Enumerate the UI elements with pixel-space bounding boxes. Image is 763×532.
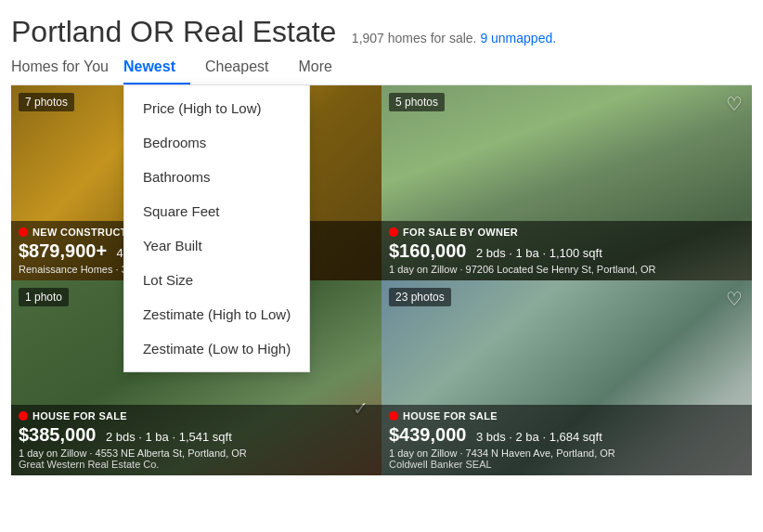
listing-beds: 2 bds · 1 ba · 1,100 sqft [476,246,602,260]
unmapped-link[interactable]: 9 unmapped. [480,31,556,45]
listing-beds: 3 bds · 2 ba · 1,684 sqft [476,430,602,444]
listing-card[interactable]: 5 photos ♡ FOR SALE BY OWNER $160,000 2 … [382,85,752,280]
nav-cheapest[interactable]: Cheapest [190,49,284,84]
listing-price: $439,000 [389,424,466,445]
nav-bar: Homes for You Newest Price (High to Low)… [11,49,752,85]
listing-agent: Coldwell Banker SEAL [389,459,744,470]
listing-info: HOUSE FOR SALE $385,000 2 bds · 1 ba · 1… [11,405,382,475]
sort-lot-size[interactable]: Lot Size [124,263,309,297]
heart-button[interactable]: ♡ [726,288,743,310]
dropdown-wrapper: Newest Price (High to Low) Bedrooms Bath… [123,49,190,84]
listing-beds: 2 bds · 1 ba · 1,541 sqft [106,430,232,444]
status-dot [19,411,28,421]
sort-price-high-low[interactable]: Price (High to Low) [124,91,309,125]
sort-bathrooms[interactable]: Bathrooms [124,160,309,194]
status-dot [389,227,398,237]
listing-address: 1 day on Zillow · 4553 NE Alberta St, Po… [19,448,374,459]
page-title: Portland OR Real Estate [11,15,336,48]
listing-tag: HOUSE FOR SALE [19,410,374,422]
listing-price: $879,900+ [19,240,107,261]
sort-square-feet[interactable]: Square Feet [124,194,309,228]
listing-agent: Great Western Real Estate Co. [19,459,374,470]
sort-zestimate-high-low[interactable]: Zestimate (High to Low) [124,297,309,331]
listings-grid: 7 photos NEW CONSTRUCTION $879,900+ 4 bd… [11,85,752,475]
listing-card[interactable]: 23 photos ♡ HOUSE FOR SALE $439,000 3 bd… [382,280,752,475]
listing-count: 1,907 homes for sale. 9 unmapped. [352,31,556,45]
sort-year-built[interactable]: Year Built [124,228,309,263]
count-text: 1,907 homes for sale. [352,31,477,45]
sort-zestimate-low-high[interactable]: Zestimate (Low to High) [124,331,309,366]
listing-price: $385,000 [19,424,96,445]
header: Portland OR Real Estate 1,907 homes for … [0,0,763,49]
status-dot [389,411,398,421]
photo-count: 23 photos [389,288,451,306]
sort-bedrooms[interactable]: Bedrooms [124,125,309,160]
photo-count: 7 photos [19,93,74,111]
sort-dropdown: Price (High to Low) Bedrooms Bathrooms S… [123,84,310,372]
nav-newest[interactable]: Newest [123,49,190,84]
heart-button[interactable]: ♡ [726,93,743,115]
listing-info: HOUSE FOR SALE $439,000 3 bds · 2 ba · 1… [382,405,752,475]
nav-homes-for-you[interactable]: Homes for You [11,49,123,84]
listing-price: $160,000 [389,240,466,261]
listing-tag: FOR SALE BY OWNER [389,227,744,238]
photo-count: 5 photos [389,93,445,111]
listing-address: 1 day on Zillow · 97206 Located Se Henry… [389,264,744,275]
nav-more[interactable]: More [283,49,346,84]
status-dot [19,227,28,237]
listing-address: 1 day on Zillow · 7434 N Haven Ave, Port… [389,448,744,459]
listing-tag: HOUSE FOR SALE [389,410,744,422]
photo-count: 1 photo [19,288,69,306]
listing-info: FOR SALE BY OWNER $160,000 2 bds · 1 ba … [382,221,752,280]
